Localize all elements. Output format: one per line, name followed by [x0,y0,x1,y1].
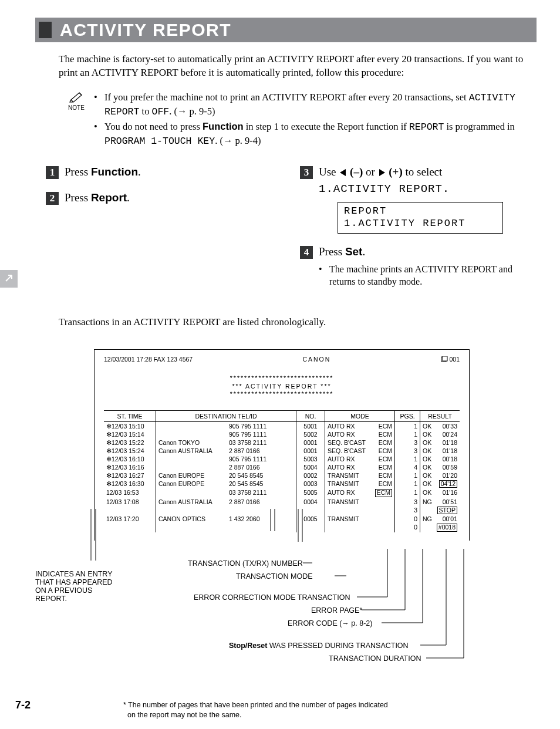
table-row: ✻12/03 15:24Canon AUSTRALIA2 887 0166000… [104,447,460,455]
page-number: 7-2 [15,699,31,711]
chronological-note: Transactions in an ACTIVITY REPORT are l… [59,316,537,328]
table-row: 12/03 17:20CANON OPTICS1 432 20600005TRA… [104,515,460,523]
right-triangle-icon [378,166,386,181]
table-row: ✻12/03 15:22Canon TOKYO03 3758 21110001S… [104,438,460,447]
section-title-bar: ACTIVITY REPORT [35,18,537,42]
title-block-deco [39,22,52,38]
section-title: ACTIVITY REPORT [60,20,231,40]
table-row: 3 STOP [104,506,460,515]
step-2: 2 Press Report. [46,190,282,205]
note-block: NOTE • If you prefer the machine not to … [35,90,537,149]
step-3: 3 Use (–) or (+) to select 1.ACTIVITY RE… [300,164,537,234]
steps-columns: 1 Press Function. 2 Press Report. 3 Use … [35,164,537,299]
report-header-right: 001 [441,356,460,363]
report-title: ***************************** *** ACTIVI… [104,374,460,399]
note-item: • If you prefer the machine not to print… [94,90,537,119]
report-header-left: 12/03/2001 17:28 FAX 123 4567 [104,356,193,363]
step-1: 1 Press Function. [46,164,282,180]
table-row: 12/03 16:5303 3758 21115005AUTO RXECM1OK… [104,488,460,498]
svg-rect-9 [443,356,447,361]
table-row: ✻12/03 16:162 887 01665004AUTO RXECM4OK0… [104,463,460,471]
note-item: • You do not need to press Function in s… [94,120,537,148]
callout-labels: TRANSACTION (TX/RX) NUMBER TRANSACTION M… [94,549,470,690]
table-row: ✻12/03 16:30Canon EUROPE20 545 85450003T… [104,480,460,489]
report-table: ST. TIME DESTINATION TEL/ID NO. MODE PGS… [104,410,460,532]
table-row: ✻12/03 15:10905 795 11115001AUTO RXECM1O… [104,421,460,430]
note-icon: NOTE [59,90,94,111]
table-row: ✻12/03 16:27Canon EUROPE20 545 85450002T… [104,471,460,480]
intro-paragraph: The machine is factory-set to automatica… [35,53,537,80]
svg-marker-1 [379,169,385,176]
table-row: ✻12/03 15:14905 795 11115002AUTO RXECM1O… [104,430,460,438]
table-row: 12/03 17:08Canon AUSTRALIA2 887 01660004… [104,498,460,506]
table-row: ✻12/03 16:10905 795 11115003AUTO RXECM1O… [104,455,460,463]
lcd-display: REPORT 1.ACTIVITY REPORT [338,202,503,234]
note-label: NOTE [68,104,85,111]
activity-report-sample: 12/03/2001 17:28 FAX 123 4567 CANON 001 … [94,349,470,690]
table-row: 0 #0018 [104,523,460,532]
side-tab-marker [0,270,18,288]
report-page: 12/03/2001 17:28 FAX 123 4567 CANON 001 … [94,349,470,541]
callout-leader-lines [94,549,505,666]
step-4: 4 Press Set. • The machine prints an ACT… [300,244,537,288]
left-triangle-icon [339,166,347,181]
footnote: * The number of pages that have been pri… [123,700,537,721]
report-header-center: CANON [302,356,330,363]
page-icon [441,356,448,362]
svg-marker-0 [340,169,346,176]
